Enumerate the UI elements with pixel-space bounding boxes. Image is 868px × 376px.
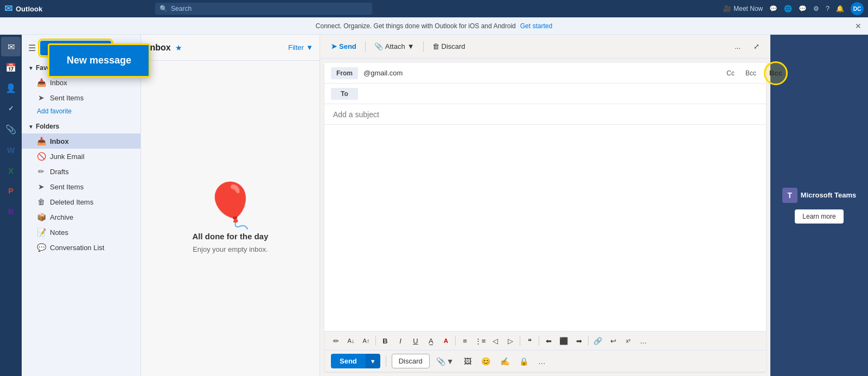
app-title: Outlook [16, 5, 42, 13]
app-layout: ✉ 📅 👤 ✓ 📎 W X P N ☰ ✏ New message ▼ Favo… [0, 35, 868, 376]
favorites-header[interactable]: ▼ Favorites [22, 61, 141, 75]
hamburger-icon[interactable]: ☰ [28, 43, 36, 53]
notes-icon: 📝 [37, 228, 46, 237]
chevron-down-icon-folders: ▼ [28, 124, 34, 130]
send-bar-sep [386, 356, 386, 367]
sidebar-item-calendar[interactable]: 📅 [1, 58, 21, 77]
filter-button[interactable]: Filter ▼ [288, 43, 313, 52]
nav-item-conv-list[interactable]: 💬 Conversation List [22, 240, 141, 255]
attach-button[interactable]: 📎 ▼ [433, 355, 457, 368]
icon-sidebar: ✉ 📅 👤 ✓ 📎 W X P N [0, 35, 22, 376]
nav-item-sent[interactable]: ➤ Sent Items [22, 179, 141, 194]
fmt-quote[interactable]: ❝ [522, 334, 537, 348]
language-btn[interactable]: 🌐 [784, 5, 792, 12]
fmt-font-size-down[interactable]: A↓ [344, 334, 358, 348]
nav-item-drafts[interactable]: ✏ Drafts [22, 164, 141, 179]
send-toolbar-btn[interactable]: ➤ Send [327, 40, 361, 53]
sidebar-item-tasks[interactable]: ✓ [1, 99, 21, 118]
fmt-bullets[interactable]: ≡ [458, 334, 472, 348]
nav-item-junk[interactable]: 🚫 Junk Email [22, 149, 141, 164]
sidebar-item-mail[interactable]: ✉ [1, 37, 21, 56]
nav-item-deleted[interactable]: 🗑 Deleted Items [22, 194, 141, 209]
fmt-outdent[interactable]: ◁ [488, 334, 502, 348]
email-list-panel: Inbox ★ Filter ▼ 🎈 All done for the day … [141, 35, 320, 376]
fmt-more[interactable]: … [636, 334, 650, 348]
pencil-icon: ✏ [48, 44, 54, 52]
image-button[interactable]: 🖼 [461, 355, 475, 368]
send-main-button[interactable]: Send [331, 354, 366, 368]
notification-text: Connect. Organize. Get things done with … [316, 22, 516, 30]
meet-now-btn[interactable]: 🎥 Meet Now [723, 5, 763, 12]
fmt-font-size-up[interactable]: A↑ [359, 334, 373, 348]
fmt-draw[interactable]: ✏ [329, 334, 343, 348]
discard-toolbar-btn[interactable]: 🗑 Discard [428, 40, 470, 53]
deleted-icon: 🗑 [37, 197, 46, 206]
fmt-undo[interactable]: ↩ [606, 334, 620, 348]
notification-cta[interactable]: Get started [520, 22, 552, 30]
new-message-button[interactable]: ✏ New message [40, 41, 111, 55]
feedback-btn[interactable]: 💬 [799, 5, 807, 12]
help-btn[interactable]: ? [826, 5, 829, 12]
emoji-button[interactable]: 😊 [478, 355, 494, 368]
format-toolbar: ✏ A↓ A↑ B I U A̲ A ≡ ⋮≡ ◁ ▷ ❝ ⬅ ⬛ ➡ [324, 331, 766, 350]
skype-btn[interactable]: 💬 [769, 5, 777, 12]
from-field[interactable] [363, 69, 723, 77]
settings-btn[interactable]: ⚙ [813, 5, 819, 12]
discard-button[interactable]: Discard [392, 354, 430, 368]
search-icon: 🔍 [159, 5, 168, 12]
nav-item-notes[interactable]: 📝 Notes [22, 225, 141, 240]
folders-header[interactable]: ▼ Folders [22, 119, 141, 133]
emoji-icon: 😊 [481, 357, 490, 366]
sidebar-item-ppt[interactable]: P [1, 181, 21, 201]
add-favorite-link[interactable]: Add favorite [22, 105, 141, 119]
nav-item-favorites-sent[interactable]: ➤ Sent Items [22, 90, 141, 105]
nav-item-favorites-inbox[interactable]: 📥 Inbox [22, 75, 141, 90]
fmt-highlight[interactable]: A̲ [424, 334, 438, 348]
fmt-indent[interactable]: ▷ [503, 334, 518, 348]
expand-btn[interactable]: ⤢ [749, 40, 764, 53]
attach-toolbar-btn[interactable]: 📎 Attach ▼ [370, 40, 419, 53]
inbox-title: Inbox [148, 43, 171, 53]
cc-button[interactable]: Cc [723, 68, 738, 78]
fmt-font-color[interactable]: A [439, 334, 453, 348]
fmt-italic[interactable]: I [393, 334, 407, 348]
ad-panel: T Microsoft Teams Learn more [770, 35, 868, 376]
more-toolbar-btn[interactable]: ... [730, 40, 745, 53]
fmt-superscript[interactable]: x² [621, 334, 635, 348]
toolbar-separator [365, 41, 366, 52]
nav-item-inbox[interactable]: 📥 Inbox [22, 133, 141, 149]
sendbar-more-button[interactable]: … [535, 355, 549, 368]
message-body[interactable] [324, 125, 766, 331]
learn-more-button[interactable]: Learn more [795, 209, 843, 224]
video-icon: 🎥 [723, 5, 731, 12]
subject-row [324, 104, 766, 125]
sidebar-item-word[interactable]: W [1, 140, 21, 160]
fmt-link[interactable]: 🔗 [591, 334, 605, 348]
fmt-underline[interactable]: U [409, 334, 423, 348]
send-dropdown-button[interactable]: ▼ [366, 354, 380, 368]
user-avatar[interactable]: DC [851, 2, 864, 15]
encrypt-button[interactable]: 🔒 [516, 355, 532, 368]
encrypt-icon: 🔒 [519, 357, 528, 366]
sidebar-item-people[interactable]: 👤 [1, 78, 21, 98]
notifications-btn[interactable]: 🔔 [836, 5, 844, 12]
app-logo: ✉ Outlook [4, 3, 42, 15]
notification-close[interactable]: ✕ [855, 22, 861, 30]
fmt-align-right[interactable]: ➡ [572, 334, 586, 348]
signature-button[interactable]: ✍ [497, 355, 513, 368]
teams-label: Microsoft Teams [801, 191, 856, 199]
fmt-align-left[interactable]: ⬅ [541, 334, 556, 348]
to-row[interactable]: To [324, 84, 766, 104]
fmt-align-center[interactable]: ⬛ [557, 334, 571, 348]
bcc-button[interactable]: Bcc Bcc [742, 68, 760, 78]
subject-field[interactable] [331, 110, 760, 119]
fmt-numbers[interactable]: ⋮≡ [473, 334, 487, 348]
fmt-bold[interactable]: B [378, 334, 392, 348]
sidebar-item-excel[interactable]: X [1, 161, 21, 180]
search-bar[interactable]: 🔍 Search [155, 3, 372, 15]
fmt-sep-5 [588, 336, 589, 346]
sidebar-item-onenote[interactable]: N [1, 202, 21, 221]
sidebar-item-files[interactable]: 📎 [1, 119, 21, 139]
to-field[interactable] [363, 90, 760, 98]
nav-item-archive[interactable]: 📦 Archive [22, 209, 141, 225]
